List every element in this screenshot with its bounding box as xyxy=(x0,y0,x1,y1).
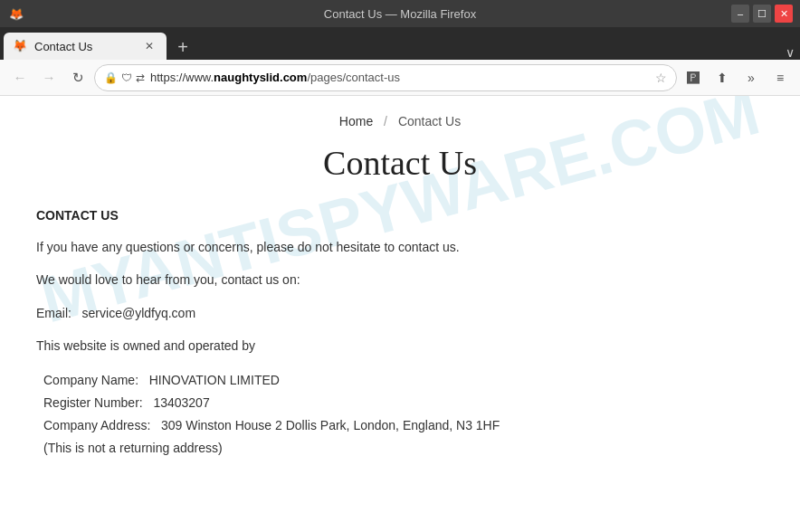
address-icons: 🔒 🛡 ⇄ xyxy=(104,71,145,84)
menu-button[interactable]: ≡ xyxy=(767,65,793,90)
register-label: Register Number: xyxy=(43,395,143,410)
window-title: Contact Us — Mozilla Firefox xyxy=(324,7,476,21)
extensions-icon: ⇄ xyxy=(136,71,145,84)
page-content: MYANTISPYWARE.COM Home / Contact Us Cont… xyxy=(0,96,800,532)
url-path: /pages/contact-us xyxy=(307,71,400,84)
breadcrumb-current: Contact Us xyxy=(398,114,461,128)
url-prefix: https://www. xyxy=(150,71,214,84)
firefox-icon: 🦊 xyxy=(9,7,24,21)
address-line: Company Address: 309 Winston House 2 Dol… xyxy=(43,414,764,437)
intro-paragraph: If you have any questions or concerns, p… xyxy=(36,237,764,257)
close-button[interactable]: ✕ xyxy=(775,5,793,23)
bookmark-star-icon[interactable]: ☆ xyxy=(655,71,667,85)
section-heading: CONTACT US xyxy=(36,208,764,223)
share-button[interactable]: ⬆ xyxy=(710,65,735,90)
reload-button[interactable]: ↻ xyxy=(65,65,90,90)
company-name-label: Company Name: xyxy=(43,373,138,387)
lock-icon: 🔒 xyxy=(104,71,118,84)
breadcrumb: Home / Contact Us xyxy=(36,114,764,128)
back-button[interactable]: ← xyxy=(7,65,33,90)
company-name-value: HINOVATION LIMITED xyxy=(149,373,280,387)
ownership-text: This website is owned and operated by xyxy=(36,336,764,356)
nav-right-buttons: 🅿 ⬆ » ≡ xyxy=(681,65,793,90)
window-controls: – ☐ ✕ xyxy=(731,5,793,23)
contact-invite: We would love to hear from you, contact … xyxy=(36,270,764,290)
address-label: Company Address: xyxy=(43,418,150,432)
breadcrumb-home-link[interactable]: Home xyxy=(339,114,373,128)
extensions-button[interactable]: » xyxy=(738,65,764,90)
tab-close-button[interactable]: ✕ xyxy=(141,38,157,54)
company-name-line: Company Name: HINOVATION LIMITED xyxy=(43,369,764,392)
company-info: Company Name: HINOVATION LIMITED Registe… xyxy=(43,369,764,461)
email-label: Email: xyxy=(36,306,71,320)
register-line: Register Number: 13403207 xyxy=(43,392,764,414)
new-tab-button[interactable]: + xyxy=(170,34,195,60)
address-value: 309 Winston House 2 Dollis Park, London,… xyxy=(161,418,500,432)
minimize-button[interactable]: – xyxy=(731,5,749,23)
page-title: Contact Us xyxy=(36,143,764,183)
url-display: https://www.naughtyslid.com/pages/contac… xyxy=(150,71,646,84)
tab-favicon: 🦊 xyxy=(13,39,27,53)
tabbar: 🦊 Contact Us ✕ + ∨ xyxy=(0,27,800,60)
shield-icon: 🛡 xyxy=(121,71,132,84)
url-domain: naughtyslid.com xyxy=(214,71,307,84)
email-line: Email: service@yldfyq.com xyxy=(36,303,764,323)
main-content: Home / Contact Us Contact Us CONTACT US … xyxy=(36,114,764,460)
register-value: 13403207 xyxy=(153,395,209,410)
pocket-button[interactable]: 🅿 xyxy=(681,65,706,90)
breadcrumb-separator: / xyxy=(384,114,387,128)
maximize-button[interactable]: ☐ xyxy=(753,5,771,23)
titlebar: 🦊 Contact Us — Mozilla Firefox – ☐ ✕ xyxy=(0,0,800,27)
email-address: service@yldfyq.com xyxy=(82,306,195,320)
address-bar[interactable]: 🔒 🛡 ⇄ https://www.naughtyslid.com/pages/… xyxy=(94,64,677,91)
tab-dropdown-button[interactable]: ∨ xyxy=(786,45,795,60)
tab-label: Contact Us xyxy=(34,40,92,53)
active-tab[interactable]: 🦊 Contact Us ✕ xyxy=(4,33,167,60)
navbar: ← → ↻ 🔒 🛡 ⇄ https://www.naughtyslid.com/… xyxy=(0,60,800,96)
forward-button[interactable]: → xyxy=(36,65,62,90)
address-note: (This is not a returning address) xyxy=(43,437,764,460)
